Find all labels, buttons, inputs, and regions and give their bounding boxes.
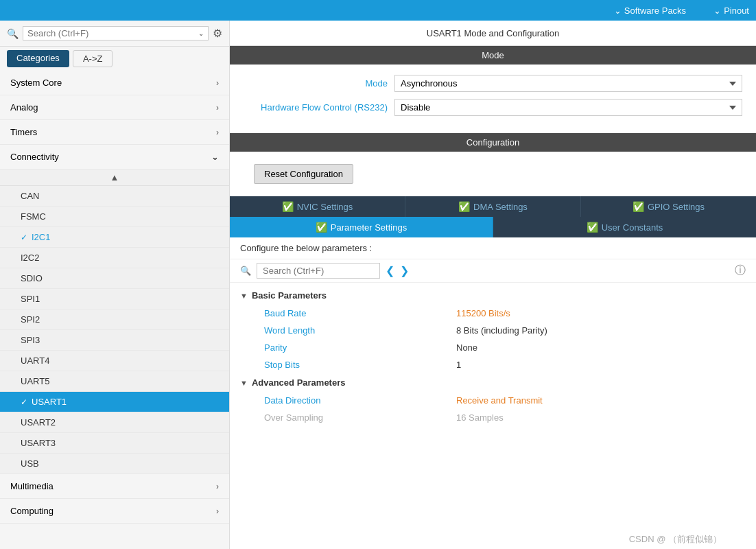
connectivity-items: ▲ CAN FSMC ✓ I2C1 I2C2 SDIO: [0, 170, 229, 474]
sidebar-search-input[interactable]: [27, 28, 198, 38]
advanced-params-header[interactable]: ▼ Advanced Parameters: [230, 373, 756, 392]
chevron-down-icon: ⌄: [211, 152, 219, 162]
sidebar-subitem-usart1[interactable]: ✓ USART1: [0, 392, 229, 412]
sidebar: 🔍 ⌄ ⚙ Categories A->Z System Core › Anal…: [0, 21, 230, 549]
param-row-over-sampling: Over Sampling 16 Samples: [230, 409, 756, 426]
software-packs-menu[interactable]: ⌄ Software Packs: [614, 5, 686, 16]
top-bar: ⌄ Software Packs ⌄ Pinout: [0, 0, 756, 21]
check-icon: ✓: [21, 397, 27, 407]
sidebar-subitem-uart5[interactable]: UART5: [0, 371, 229, 392]
main-layout: 🔍 ⌄ ⚙ Categories A->Z System Core › Anal…: [0, 21, 756, 549]
chevron-right-icon: ›: [216, 506, 219, 516]
sidebar-subitem-i2c1[interactable]: ✓ I2C1: [0, 227, 229, 248]
basic-params-header[interactable]: ▼ Basic Parameters: [230, 286, 756, 305]
sidebar-subitem-spi1[interactable]: SPI1: [0, 289, 229, 309]
sidebar-item-multimedia[interactable]: Multimedia ›: [0, 474, 229, 499]
search-icon: 🔍: [240, 266, 251, 276]
mode-form: Mode Asynchronous Hardware Flow Control …: [230, 65, 756, 133]
param-row-baud-rate: Baud Rate 115200 Bits/s: [230, 305, 756, 322]
config-tabs-row2: ✅ Parameter Settings ✅ User Constants: [230, 217, 756, 237]
sidebar-item-connectivity[interactable]: Connectivity ⌄: [0, 145, 229, 170]
sidebar-subitem-can[interactable]: CAN: [0, 186, 229, 207]
sidebar-subitem-usart3[interactable]: USART3: [0, 433, 229, 454]
sidebar-item-computing[interactable]: Computing ›: [0, 499, 229, 524]
mode-select[interactable]: Asynchronous: [394, 75, 742, 92]
chevron-right-icon: ›: [216, 78, 219, 88]
sidebar-subitem-i2c2[interactable]: I2C2: [0, 248, 229, 268]
tab-gpio-settings[interactable]: ✅ GPIO Settings: [581, 196, 756, 217]
tab-dma-settings[interactable]: ✅ DMA Settings: [405, 196, 581, 217]
hw-flow-form-row: Hardware Flow Control (RS232) Disable: [244, 99, 742, 116]
collapse-icon: ▼: [240, 379, 248, 387]
sidebar-search-bar: 🔍 ⌄ ⚙: [0, 21, 229, 47]
tab-categories[interactable]: Categories: [7, 50, 69, 67]
check-icon: ✅: [458, 201, 470, 212]
tab-user-constants[interactable]: ✅ User Constants: [493, 217, 756, 237]
chevron-right-icon: ›: [216, 103, 219, 113]
chevron-right-icon: ›: [216, 482, 219, 491]
sidebar-item-analog[interactable]: Analog ›: [0, 95, 229, 120]
sidebar-subitem-spi3[interactable]: SPI3: [0, 330, 229, 351]
collapse-icon: ▼: [240, 292, 248, 300]
sidebar-subitem-spi2[interactable]: SPI2: [0, 309, 229, 330]
check-icon: ✅: [633, 201, 644, 212]
content-area: USART1 Mode and Configuration Mode Mode …: [230, 21, 756, 549]
pinout-menu[interactable]: ⌄ Pinout: [713, 5, 749, 16]
connectivity-section: Connectivity ⌄ ▲ CAN FSMC ✓ I2C1: [0, 145, 229, 474]
prev-result-button[interactable]: ❮: [386, 264, 394, 277]
mode-section-header: Mode: [230, 46, 756, 65]
search-icon: 🔍: [7, 28, 19, 39]
collapse-arrow[interactable]: ▲: [0, 170, 229, 186]
check-icon: ✅: [282, 201, 294, 212]
check-icon: ✓: [21, 233, 27, 242]
sidebar-subitem-fsmc[interactable]: FSMC: [0, 207, 229, 227]
mode-label: Mode: [244, 78, 394, 89]
reset-config-button[interactable]: Reset Configuration: [254, 164, 353, 184]
params-area: ▼ Basic Parameters Baud Rate 115200 Bits…: [230, 283, 756, 549]
info-icon[interactable]: ⓘ: [735, 264, 746, 278]
content-title: USART1 Mode and Configuration: [230, 21, 756, 46]
check-icon: ✅: [587, 222, 598, 233]
chevron-down-icon: ⌄: [713, 5, 721, 16]
tab-a-to-z[interactable]: A->Z: [73, 50, 113, 67]
gear-icon[interactable]: ⚙: [213, 27, 222, 40]
mode-section: Mode Mode Asynchronous Hardware Flow Con…: [230, 46, 756, 133]
next-result-button[interactable]: ❯: [400, 264, 409, 277]
chevron-down-icon: ⌄: [198, 30, 204, 37]
search-input-wrapper: ⌄: [23, 26, 209, 40]
config-section-header: Configuration: [230, 133, 756, 152]
param-row-stop-bits: Stop Bits 1: [230, 356, 756, 373]
chevron-down-icon: ⌄: [614, 5, 622, 16]
param-row-data-direction: Data Direction Receive and Transmit: [230, 392, 756, 409]
tab-nvic-settings[interactable]: ✅ NVIC Settings: [230, 196, 405, 217]
param-search-input[interactable]: [257, 263, 380, 279]
sidebar-item-timers[interactable]: Timers ›: [0, 120, 229, 145]
config-tabs-row1: ✅ NVIC Settings ✅ DMA Settings ✅ GPIO Se…: [230, 196, 756, 217]
check-icon: ✅: [316, 222, 327, 233]
tab-parameter-settings[interactable]: ✅ Parameter Settings: [230, 217, 493, 237]
hw-flow-label: Hardware Flow Control (RS232): [244, 102, 394, 113]
param-description: Configure the below parameters :: [230, 237, 756, 259]
sidebar-tabs: Categories A->Z: [0, 47, 229, 71]
sidebar-subitem-usb[interactable]: USB: [0, 454, 229, 474]
sidebar-subitem-usart2[interactable]: USART2: [0, 412, 229, 433]
watermark: CSDN @ （前程似锦）: [629, 533, 722, 546]
sidebar-subitem-sdio[interactable]: SDIO: [0, 268, 229, 289]
param-row-parity: Parity None: [230, 339, 756, 356]
sidebar-subitem-uart4[interactable]: UART4: [0, 351, 229, 371]
mode-form-row: Mode Asynchronous: [244, 75, 742, 92]
param-row-word-length: Word Length 8 Bits (including Parity): [230, 322, 756, 339]
config-section: Configuration Reset Configuration ✅ NVIC…: [230, 133, 756, 549]
reset-btn-container: Reset Configuration: [230, 152, 756, 196]
chevron-right-icon: ›: [216, 128, 219, 137]
sidebar-item-system-core[interactable]: System Core ›: [0, 71, 229, 95]
hw-flow-select[interactable]: Disable: [394, 99, 742, 116]
sidebar-category-list: System Core › Analog › Timers › Connecti…: [0, 71, 229, 549]
param-search-row: 🔍 ❮ ❯ ⓘ: [230, 259, 756, 283]
